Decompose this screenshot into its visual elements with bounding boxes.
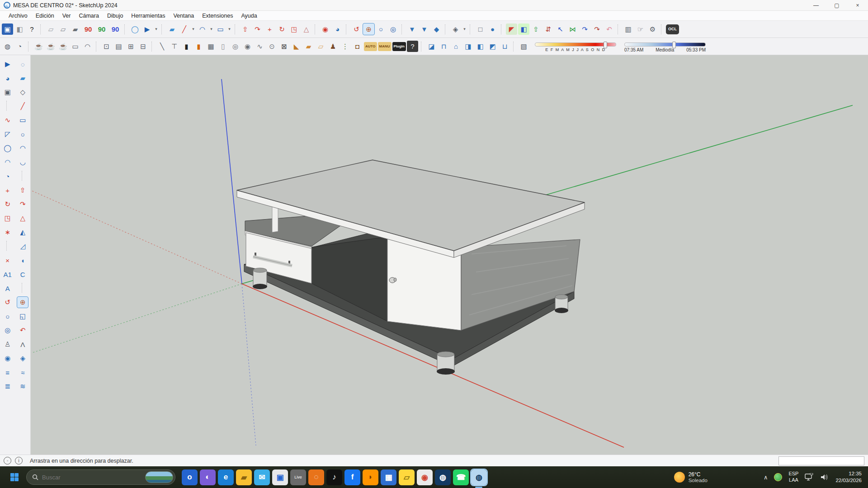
- menu-herramientas[interactable]: Herramientas: [127, 13, 169, 19]
- menu-dibujo[interactable]: Dibujo: [103, 13, 127, 19]
- eraser-icon[interactable]: ▰: [17, 73, 28, 84]
- plugin-plus-badge[interactable]: Plugin: [392, 42, 406, 51]
- soften-icon[interactable]: ◭: [17, 227, 28, 238]
- sandbox-icon-1[interactable]: ≡: [2, 367, 13, 378]
- view-back-icon[interactable]: ◧: [475, 41, 486, 52]
- three-point-arc-icon[interactable]: ◡: [17, 157, 28, 168]
- tray-chevron-icon[interactable]: ∧: [764, 474, 768, 481]
- rotated-rectangle-icon[interactable]: ◸: [2, 129, 13, 140]
- color-dot-icon[interactable]: ◉: [320, 23, 331, 35]
- column-icon[interactable]: ▯: [217, 41, 229, 52]
- knife-icon[interactable]: ╲: [156, 41, 168, 52]
- manu-badge[interactable]: MANU: [378, 42, 392, 51]
- bottles-icon[interactable]: ⋮: [340, 41, 351, 52]
- weather-widget[interactable]: 26°C Soleado: [674, 471, 708, 483]
- copilot-icon[interactable]: ◐: [200, 469, 216, 485]
- maximize-button[interactable]: ▢: [826, 0, 847, 10]
- dotted-frame-icon[interactable]: ⊡: [101, 41, 112, 52]
- mail-icon[interactable]: ✉: [254, 469, 270, 485]
- eraser-icon[interactable]: ▰: [166, 23, 178, 35]
- frame-icon-1[interactable]: ▭: [70, 41, 81, 52]
- orbit-icon[interactable]: ↺: [2, 297, 13, 308]
- zoom-circle-icon[interactable]: ◯: [129, 23, 141, 35]
- help-icon[interactable]: ?: [26, 23, 38, 35]
- pushpull-icon[interactable]: ⇧: [17, 185, 28, 196]
- sketchup-tile-icon[interactable]: ◍: [435, 469, 451, 485]
- position-camera-icon[interactable]: ♙: [2, 339, 13, 350]
- zoom-tool-icon[interactable]: ○: [2, 311, 13, 322]
- plugin-face-icon[interactable]: ◧: [518, 23, 529, 35]
- move-icon[interactable]: +: [264, 23, 275, 35]
- calculator-icon[interactable]: ▦: [381, 469, 396, 485]
- text-tool-icon[interactable]: A1: [2, 269, 13, 280]
- whatsapp-icon[interactable]: ☎: [453, 469, 469, 485]
- round-icon-1[interactable]: ◎: [230, 41, 241, 52]
- pie-tool-icon[interactable]: ◔: [2, 171, 13, 182]
- intersect-icon[interactable]: ∗: [2, 227, 13, 238]
- lock-frame-icon[interactable]: ⊟: [137, 41, 149, 52]
- taskbar-search[interactable]: [26, 469, 175, 485]
- sandbox-icon-3[interactable]: ≣: [2, 381, 13, 392]
- zoom-extents-icon[interactable]: ◎: [2, 325, 13, 336]
- view-left-icon[interactable]: ◩: [487, 41, 498, 52]
- help-dark-icon[interactable]: ?: [407, 41, 418, 52]
- search-highlight-image[interactable]: [145, 471, 173, 483]
- file-explorer-icon[interactable]: ▰: [236, 469, 252, 485]
- followme-icon[interactable]: ↷: [252, 23, 263, 35]
- select-dropdown-caret[interactable]: ▾: [154, 23, 159, 35]
- pencil-icon[interactable]: ╱: [179, 23, 190, 35]
- menu-extensiones[interactable]: Extensiones: [198, 13, 237, 19]
- firefox-icon[interactable]: ◗: [363, 469, 378, 485]
- model-box-icon[interactable]: ◧: [14, 23, 25, 35]
- style-circle-icon-2[interactable]: ◔: [14, 41, 25, 52]
- tiktok-icon[interactable]: ♪: [326, 469, 342, 485]
- info-icon[interactable]: i: [15, 457, 23, 465]
- move-icon[interactable]: +: [2, 185, 13, 196]
- paint-bucket-icon[interactable]: ◕: [2, 73, 13, 84]
- view-bottom-icon[interactable]: ⊔: [499, 41, 510, 52]
- followme-icon[interactable]: ↷: [17, 199, 28, 210]
- plugin-arrows-updown-icon[interactable]: ⇵: [542, 23, 554, 35]
- menu-archivo[interactable]: Archivo: [5, 13, 32, 19]
- section-plane-icon[interactable]: ◈: [17, 353, 28, 364]
- wood-table-icon[interactable]: ◣: [291, 41, 302, 52]
- measurements-input[interactable]: [778, 456, 864, 465]
- tag-icon[interactable]: ◇: [17, 87, 28, 98]
- figure-icon[interactable]: ♟: [327, 41, 339, 52]
- live-tile-icon[interactable]: Live: [290, 469, 306, 485]
- scale-icon[interactable]: ◳: [2, 213, 13, 224]
- round-icon-2[interactable]: ◉: [242, 41, 253, 52]
- select-tool-icon[interactable]: ▶: [2, 59, 13, 70]
- face-plane-icon-2[interactable]: ▱: [57, 23, 69, 35]
- section-dropdown-caret[interactable]: ▾: [462, 23, 467, 35]
- plugin-arrow-curve-red-icon[interactable]: ↷: [591, 23, 603, 35]
- coffee-table-model[interactable]: [237, 160, 585, 375]
- plugin-arrow-curve-pink-icon[interactable]: ↶: [604, 23, 615, 35]
- sandbox-icon-2[interactable]: ≈: [17, 367, 28, 378]
- walk-icon[interactable]: Λ: [17, 339, 28, 350]
- viewport-3d[interactable]: [31, 55, 868, 455]
- look-around-icon[interactable]: ◉: [2, 353, 13, 364]
- shadow-time-slider[interactable]: [624, 42, 706, 47]
- arc-frame-icon[interactable]: ◠: [82, 41, 93, 52]
- barrel-icon[interactable]: ◘: [352, 41, 363, 52]
- polygon-tool-icon[interactable]: ◯: [2, 143, 13, 154]
- orange-panel-icon[interactable]: ▮: [193, 41, 204, 52]
- arc-dropdown-caret[interactable]: ▾: [209, 23, 214, 35]
- add-location-icon[interactable]: ●: [487, 23, 498, 35]
- view-front-icon[interactable]: ⌂: [450, 41, 462, 52]
- pushpull-icon[interactable]: ⇧: [240, 23, 251, 35]
- shadow-time-mid[interactable]: Mediodía: [656, 47, 674, 52]
- lasso-select-icon[interactable]: ◌: [17, 59, 28, 70]
- microsoft-store-icon[interactable]: ▣: [272, 469, 288, 485]
- face-plane-icon-1[interactable]: ▱: [45, 23, 57, 35]
- plugin-arrows-up-icon[interactable]: ⇧: [530, 23, 542, 35]
- grid-icon[interactable]: ▦: [205, 41, 217, 52]
- network-monitor-icon[interactable]: [805, 473, 814, 481]
- scale-dark-icon[interactable]: ⊠: [278, 41, 290, 52]
- tape-measure-icon[interactable]: ◿: [17, 241, 28, 252]
- table-leg-front[interactable]: [437, 352, 455, 375]
- language-indicator[interactable]: ESP LAA: [788, 471, 798, 483]
- view-right-icon[interactable]: ◨: [462, 41, 474, 52]
- menu-camara[interactable]: Cámara: [75, 13, 103, 19]
